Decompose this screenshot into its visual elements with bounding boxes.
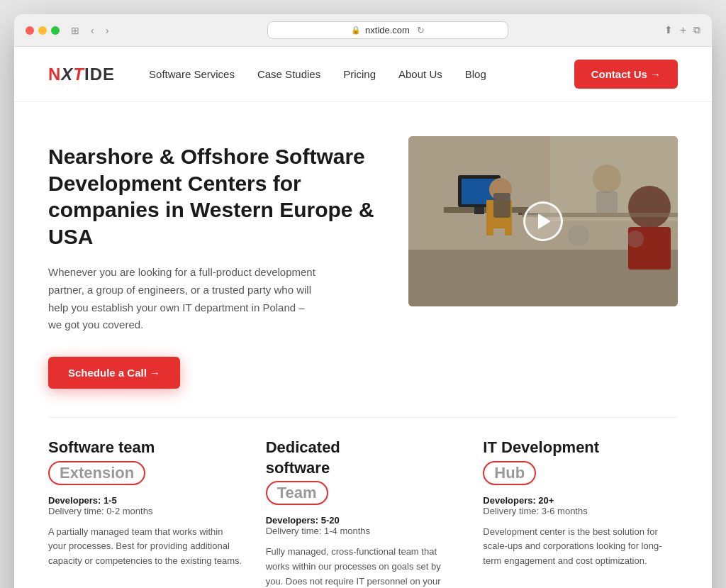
back-button[interactable]: ‹ <box>88 23 97 38</box>
nav-item-pricing[interactable]: Pricing <box>343 68 376 81</box>
sidebar-toggle-icon[interactable]: ⊞ <box>68 23 82 38</box>
lock-icon: 🔒 <box>351 26 361 35</box>
browser-actions: ⬆ + ⧉ <box>664 24 700 37</box>
service-3-delivery: Delivery time: 3-6 months <box>483 506 678 516</box>
logo-t: T <box>73 65 84 84</box>
service-2-developers: Developers: 5-20 <box>266 515 461 526</box>
address-bar[interactable]: 🔒 nxtide.com ↻ <box>267 21 508 39</box>
hero-video[interactable] <box>408 136 678 306</box>
browser-window: ⊞ ‹ › 🔒 nxtide.com ↻ ⬆ + ⧉ NXTIDE Sof <box>14 14 712 588</box>
tabs-icon[interactable]: ⧉ <box>693 24 700 37</box>
nav-links: Software Services Case Studies Pricing A… <box>149 68 574 81</box>
minimize-button[interactable] <box>38 26 47 35</box>
service-2-keyword: Team <box>266 481 328 505</box>
nav-item-software-services[interactable]: Software Services <box>149 68 235 81</box>
new-tab-icon[interactable]: + <box>680 24 686 37</box>
service-1-meta: Developers: 1-5 Delivery time: 0-2 month… <box>48 495 243 516</box>
traffic-lights <box>26 26 60 35</box>
service-1-keyword: Extension <box>48 461 145 485</box>
logo-ide: IDE <box>84 65 115 84</box>
navbar: NXTIDE Software Services Case Studies Pr… <box>14 47 712 102</box>
service-2-title-line1: Dedicated software <box>266 438 461 478</box>
nav-item-case-studies[interactable]: Case Studies <box>257 68 320 81</box>
service-1-delivery: Delivery time: 0-2 months <box>48 506 243 516</box>
hero-subtitle: Whenever you are looking for a full-prod… <box>48 264 318 334</box>
page-content: NXTIDE Software Services Case Studies Pr… <box>14 47 712 588</box>
hero-text: Nearshore & Offshore Software Developmen… <box>48 136 374 389</box>
maximize-button[interactable] <box>51 26 60 35</box>
browser-chrome: ⊞ ‹ › 🔒 nxtide.com ↻ ⬆ + ⧉ <box>14 14 712 47</box>
address-bar-container: 🔒 nxtide.com ↻ <box>120 21 655 39</box>
logo[interactable]: NXTIDE <box>48 65 115 84</box>
hero-title: Nearshore & Offshore Software Developmen… <box>48 143 374 250</box>
play-button[interactable] <box>523 201 563 241</box>
service-3-description: Development center is the best solution … <box>483 525 678 569</box>
nav-link-software-services[interactable]: Software Services <box>149 68 235 80</box>
service-3-meta: Developers: 20+ Delivery time: 3-6 month… <box>483 495 678 516</box>
service-card-team: Dedicated software Team Developers: 5-20… <box>266 432 461 588</box>
nav-item-about[interactable]: About Us <box>398 68 442 81</box>
service-3-keyword: Hub <box>483 461 536 485</box>
contact-us-button[interactable]: Contact Us → <box>574 60 678 89</box>
browser-controls: ⊞ ‹ › <box>68 23 111 38</box>
logo-x: X <box>61 65 73 84</box>
service-3-developers: Developers: 20+ <box>483 495 678 506</box>
video-overlay <box>408 136 678 306</box>
nav-item-blog[interactable]: Blog <box>465 68 486 81</box>
reload-icon[interactable]: ↻ <box>417 25 425 35</box>
service-2-description: Fully managed, cross-functional team tha… <box>266 545 461 588</box>
nav-link-about[interactable]: About Us <box>398 68 442 80</box>
service-3-title-line1: IT Development <box>483 438 678 458</box>
share-icon[interactable]: ⬆ <box>664 24 673 37</box>
play-icon <box>538 213 551 229</box>
service-2-meta: Developers: 5-20 Delivery time: 1-4 mont… <box>266 515 461 536</box>
nav-link-case-studies[interactable]: Case Studies <box>257 68 320 80</box>
schedule-call-button[interactable]: Schedule a Call → <box>48 357 180 389</box>
service-card-hub: IT Development Hub Developers: 20+ Deliv… <box>483 432 678 588</box>
forward-button[interactable]: › <box>103 23 112 38</box>
hero-section: Nearshore & Offshore Software Developmen… <box>14 102 712 417</box>
nav-link-blog[interactable]: Blog <box>465 68 486 80</box>
service-card-extension: Software team Extension Developers: 1-5 … <box>48 432 243 588</box>
service-1-description: A partially managed team that works with… <box>48 525 243 569</box>
service-1-developers: Developers: 1-5 <box>48 495 243 506</box>
nav-link-pricing[interactable]: Pricing <box>343 68 376 80</box>
close-button[interactable] <box>26 26 34 35</box>
logo-n: N <box>48 65 61 84</box>
service-1-title-line1: Software team <box>48 438 243 458</box>
url-text: nxtide.com <box>365 25 410 35</box>
service-2-delivery: Delivery time: 1-4 months <box>266 526 461 536</box>
services-section: Software team Extension Developers: 1-5 … <box>14 418 712 588</box>
